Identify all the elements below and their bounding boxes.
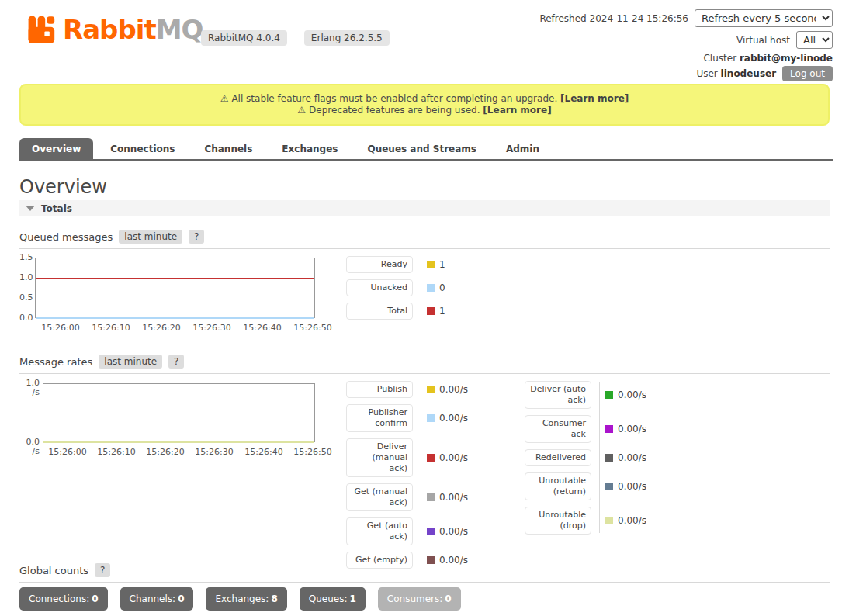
- erlang-version-badge: Erlang 26.2.5.5: [304, 30, 390, 46]
- rates-legend-swatch-icon: [427, 556, 435, 564]
- x-axis-tick: 15:26:40: [243, 323, 281, 333]
- tab-connections[interactable]: Connections: [98, 138, 187, 159]
- queued-range-badge[interactable]: last minute: [119, 230, 182, 244]
- count-value: 0: [178, 594, 184, 604]
- tab-admin[interactable]: Admin: [494, 138, 552, 159]
- queued-help-icon[interactable]: ?: [189, 230, 204, 244]
- rates-legend-label: Unroutable (drop): [525, 507, 591, 535]
- rates-help-icon[interactable]: ?: [168, 355, 184, 369]
- queued-legend-value: 0: [439, 282, 445, 293]
- count-value: 0: [445, 594, 451, 604]
- rates-legend-value: 0.00/s: [618, 481, 646, 492]
- refresh-interval-select[interactable]: Refresh every 5 seconds: [695, 9, 833, 27]
- y-axis-tick: 1.0 /s: [19, 379, 40, 388]
- rates-legend-value: 0.00/s: [618, 452, 646, 463]
- message-rates-header: Message rates last minute ?: [19, 355, 830, 374]
- rates-legend-divider: [599, 382, 600, 533]
- page-title: Overview: [19, 176, 107, 198]
- logout-button[interactable]: Log out: [782, 66, 833, 81]
- rates-legend-value: 0.00/s: [618, 424, 646, 434]
- x-axis-tick: 15:26:10: [92, 323, 130, 333]
- virtual-host-row: Virtual host All: [736, 31, 833, 49]
- wordmark-rabbit: Rabbit: [63, 14, 156, 45]
- tab-overview[interactable]: Overview: [19, 138, 93, 159]
- rates-legend-label: Deliver (auto ack): [525, 381, 591, 409]
- rates-legend-swatch-icon: [605, 454, 613, 462]
- warning-icon: ⚠: [220, 93, 229, 104]
- y-axis-tick: 0.0: [19, 313, 32, 323]
- global-counts-boxes: Connections:0Channels:0Exchanges:8Queues…: [19, 587, 461, 611]
- rates-legend-value: 0.00/s: [618, 389, 646, 400]
- count-label: Queues:: [309, 594, 348, 604]
- queued-legend-label: Ready: [346, 256, 413, 273]
- tab-channels[interactable]: Channels: [192, 138, 265, 159]
- rates-legend-swatch-icon: [605, 517, 613, 524]
- banner-line-2-text: Deprecated features are being used.: [309, 105, 480, 116]
- message-rates-title: Message rates: [19, 356, 92, 368]
- queued-messages-legend: Ready1Unacked0Total1: [346, 256, 445, 320]
- count-label: Channels:: [130, 594, 176, 604]
- message-rates-chart: 1.0 /s0.0 /s15:26:0015:26:1015:26:2015:2…: [19, 379, 338, 456]
- y-axis-tick: 1.0: [19, 273, 32, 282]
- rates-legend-label: Redelivered: [525, 449, 591, 466]
- rates-legend-row: Get (auto ack)0.00/s: [346, 517, 468, 545]
- user-name: linodeuser: [721, 68, 776, 79]
- rates-legend-value: 0.00/s: [618, 515, 646, 526]
- count-value: 1: [350, 594, 356, 604]
- tab-exchanges[interactable]: Exchanges: [269, 138, 350, 159]
- collapse-triangle-icon: [26, 206, 35, 211]
- gridline: [36, 299, 314, 299]
- rates-legend-row: Publish0.00/s: [346, 381, 468, 398]
- queued-legend-row: Ready1: [346, 256, 445, 273]
- tab-queues-and-streams[interactable]: Queues and Streams: [355, 138, 488, 159]
- rates-legend-row: Unroutable (drop)0.00/s: [525, 507, 646, 535]
- learn-more-link-2[interactable]: [Learn more]: [483, 105, 551, 116]
- virtual-host-select[interactable]: All: [796, 31, 833, 49]
- rates-legend-label: Publish: [346, 381, 413, 398]
- x-axis-tick: 15:26:50: [293, 447, 331, 457]
- version-badges: RabbitMQ 4.0.4 Erlang 26.2.5.5: [201, 30, 390, 46]
- rates-legend-label: Get (manual ack): [346, 483, 413, 511]
- series-line-total: [36, 278, 314, 279]
- totals-section-header[interactable]: Totals: [19, 200, 830, 216]
- chart-plot-area: [35, 258, 315, 318]
- series-line-unacked: [36, 317, 314, 319]
- refresh-row: Refreshed 2024-11-24 15:26:56 Refresh ev…: [539, 9, 833, 27]
- rates-legend-label: Publisher confirm: [346, 404, 413, 432]
- learn-more-link-1[interactable]: [Learn more]: [560, 93, 629, 104]
- count-value: 8: [271, 594, 277, 604]
- queued-legend-value: 1: [439, 306, 445, 317]
- rates-legend-row: Get (manual ack)0.00/s: [346, 483, 468, 511]
- queued-legend-label: Unacked: [346, 279, 413, 296]
- global-counts-title: Global counts: [19, 565, 88, 576]
- refreshed-text: Refreshed 2024-11-24 15:26:56: [539, 13, 688, 24]
- x-axis-tick: 15:26:00: [48, 447, 86, 457]
- global-help-icon[interactable]: ?: [95, 563, 110, 577]
- rates-legend-swatch-icon: [605, 483, 613, 490]
- rates-legend-swatch-icon: [427, 414, 435, 422]
- x-axis-tick: 15:26:10: [97, 447, 135, 457]
- count-label: Consumers:: [387, 594, 442, 604]
- x-axis-tick: 15:26:00: [41, 323, 79, 333]
- banner-line-1: ⚠All stable feature flags must be enable…: [21, 93, 828, 105]
- rates-legend-value: 0.00/s: [439, 526, 468, 537]
- rabbitmq-logo[interactable]: RabbitMQTM: [27, 14, 215, 52]
- x-axis-tick: 15:26:30: [192, 323, 230, 333]
- rabbitmq-wordmark: RabbitMQTM: [63, 14, 215, 52]
- rates-legend-row: Get (empty)0.00/s: [346, 552, 468, 569]
- main-nav-tabs: OverviewConnectionsChannelsExchangesQueu…: [19, 138, 833, 161]
- refreshed-timestamp: 2024-11-24 15:26:56: [590, 13, 688, 24]
- rabbitmq-logo-icon: [27, 14, 58, 45]
- rates-legend-row: Consumer ack0.00/s: [525, 415, 646, 443]
- queued-legend-swatch-icon: [427, 261, 435, 268]
- queued-legend-swatch-icon: [427, 307, 435, 315]
- rabbitmq-version-badge: RabbitMQ 4.0.4: [201, 30, 287, 46]
- warning-banner: ⚠All stable feature flags must be enable…: [19, 84, 830, 126]
- rates-legend-value: 0.00/s: [439, 452, 468, 463]
- rates-range-badge[interactable]: last minute: [99, 355, 162, 369]
- message-rates-legend-right: Deliver (auto ack)0.00/sConsumer ack0.00…: [525, 381, 646, 535]
- refreshed-label: Refreshed: [539, 13, 586, 24]
- rates-legend-value: 0.00/s: [439, 413, 468, 424]
- totals-label: Totals: [41, 203, 72, 214]
- rates-legend-row: Deliver (auto ack)0.00/s: [525, 381, 646, 409]
